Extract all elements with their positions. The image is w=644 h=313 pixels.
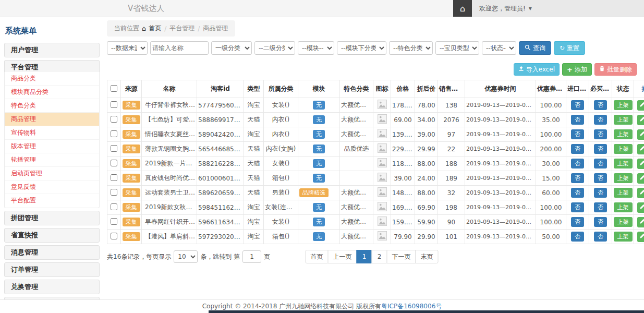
import-select-toggle[interactable]: 否 bbox=[571, 232, 584, 242]
must-buy-toggle[interactable]: 否 bbox=[594, 100, 607, 110]
page-button[interactable]: 1 bbox=[357, 250, 372, 263]
sidebar-subitem[interactable]: 轮播管理 bbox=[5, 153, 99, 167]
row-checkbox[interactable] bbox=[111, 233, 117, 239]
sidebar-subitem[interactable]: 启动页管理 bbox=[5, 167, 99, 180]
page-button[interactable]: 末页 bbox=[416, 250, 439, 263]
edit-button[interactable] bbox=[637, 129, 644, 140]
sidebar-subitem[interactable]: 平台配置 bbox=[5, 194, 99, 208]
must-buy-toggle[interactable]: 否 bbox=[594, 159, 607, 168]
must-buy-toggle[interactable]: 否 bbox=[594, 217, 607, 227]
row-checkbox[interactable] bbox=[111, 160, 117, 166]
breadcrumb-home-link[interactable]: 首页 bbox=[149, 24, 161, 33]
row-checkbox[interactable] bbox=[111, 203, 117, 210]
page-button[interactable]: 2 bbox=[372, 250, 387, 263]
sidebar-subitem[interactable]: 版本管理 bbox=[5, 140, 99, 153]
icon-cell bbox=[373, 186, 391, 200]
icp-link[interactable]: 粤ICP备16098006号 bbox=[381, 302, 442, 311]
sidebar-subitem[interactable]: 商品分类 bbox=[5, 72, 99, 86]
status-button[interactable]: 上架 bbox=[614, 202, 633, 212]
sidebar-subitem[interactable]: 意见反馈 bbox=[5, 180, 99, 194]
row-checkbox[interactable] bbox=[111, 101, 117, 108]
row-checkbox[interactable] bbox=[111, 145, 117, 152]
must-buy-toggle[interactable]: 否 bbox=[594, 144, 607, 154]
page-button[interactable]: 上一页 bbox=[328, 250, 357, 263]
status-button[interactable]: 上架 bbox=[614, 173, 633, 183]
edit-button[interactable] bbox=[637, 115, 644, 125]
sidebar-subitem[interactable]: 商品管理 bbox=[5, 113, 99, 126]
filter-select[interactable]: 一级分类 bbox=[211, 41, 252, 55]
edit-button[interactable] bbox=[637, 144, 644, 154]
page-button[interactable]: 首页 bbox=[306, 250, 329, 263]
import-select-toggle[interactable]: 否 bbox=[571, 129, 584, 139]
edit-button[interactable] bbox=[637, 202, 644, 213]
sidebar-item[interactable]: 拼团管理 bbox=[4, 211, 100, 225]
edit-button[interactable] bbox=[637, 188, 644, 198]
row-checkbox[interactable] bbox=[111, 189, 117, 196]
must-buy-toggle[interactable]: 否 bbox=[594, 202, 607, 212]
sidebar-item[interactable]: 省直快报 bbox=[4, 228, 100, 243]
coupon-time-cell: 2019-09-13—2019-09-20 bbox=[465, 171, 536, 186]
must-buy-toggle[interactable]: 否 bbox=[594, 173, 607, 183]
status-button[interactable]: 上架 bbox=[614, 144, 633, 154]
name-filter-input[interactable] bbox=[150, 41, 209, 55]
sidebar-subitem[interactable]: 模块商品分类 bbox=[5, 86, 99, 99]
edit-button[interactable] bbox=[637, 159, 644, 169]
sidebar-item[interactable]: 用户管理 bbox=[4, 43, 100, 57]
sidebar-item[interactable]: 消息管理 bbox=[4, 245, 100, 260]
home-button[interactable]: ⌂ bbox=[453, 0, 472, 17]
row-checkbox[interactable] bbox=[111, 174, 117, 181]
pencil-icon bbox=[639, 175, 644, 182]
status-cell: 上架 bbox=[612, 230, 634, 244]
import-select-toggle[interactable]: 否 bbox=[571, 115, 584, 125]
status-button[interactable]: 上架 bbox=[614, 129, 633, 139]
import-select-toggle[interactable]: 否 bbox=[571, 159, 584, 168]
home-icon: ⌂ bbox=[460, 4, 465, 14]
edit-button[interactable] bbox=[637, 232, 644, 242]
icon-cell bbox=[373, 98, 391, 113]
import-select-toggle[interactable]: 否 bbox=[571, 217, 584, 227]
import-excel-button[interactable]: 导入excel bbox=[514, 63, 560, 76]
edit-button[interactable] bbox=[637, 100, 644, 111]
import-select-toggle[interactable]: 否 bbox=[571, 173, 584, 183]
must-buy-toggle[interactable]: 否 bbox=[594, 129, 607, 139]
row-checkbox[interactable] bbox=[111, 130, 117, 137]
import-select-toggle[interactable]: 否 bbox=[571, 100, 584, 110]
filter-select[interactable]: --二级分类-- bbox=[254, 41, 295, 55]
status-button[interactable]: 上架 bbox=[614, 188, 633, 198]
page-jump-input[interactable] bbox=[242, 250, 261, 263]
must-buy-toggle[interactable]: 否 bbox=[594, 188, 607, 198]
filter-select[interactable]: --模块下分类-- bbox=[337, 41, 386, 55]
add-button[interactable]: + 添加 bbox=[562, 63, 592, 76]
filter-select[interactable]: --特色分类-- bbox=[389, 41, 433, 55]
status-button[interactable]: 上架 bbox=[614, 100, 633, 110]
filter-select[interactable]: --模块-- bbox=[298, 41, 334, 55]
search-button[interactable]: 查询 bbox=[519, 41, 551, 55]
sidebar-item[interactable]: 订单管理 bbox=[4, 262, 100, 277]
row-checkbox[interactable] bbox=[111, 116, 117, 123]
must-buy-toggle[interactable]: 否 bbox=[594, 232, 607, 242]
status-button[interactable]: 上架 bbox=[614, 115, 633, 125]
page-button[interactable]: 下一页 bbox=[387, 250, 416, 263]
status-button[interactable]: 上架 bbox=[614, 217, 633, 227]
import-select-toggle[interactable]: 否 bbox=[571, 188, 584, 198]
edit-button[interactable] bbox=[637, 173, 644, 184]
status-button[interactable]: 上架 bbox=[614, 159, 633, 168]
breadcrumb-item-parent[interactable]: 平台管理 bbox=[169, 24, 195, 33]
status-button[interactable]: 上架 bbox=[614, 232, 633, 242]
import-select-toggle[interactable]: 否 bbox=[571, 202, 584, 212]
row-checkbox[interactable] bbox=[111, 218, 117, 225]
per-page-select[interactable]: 10 bbox=[174, 250, 198, 263]
filter-select[interactable]: --数据来源-- bbox=[107, 41, 148, 55]
user-menu[interactable]: 欢迎您，管理员! ▼ bbox=[472, 0, 644, 17]
edit-button[interactable] bbox=[637, 217, 644, 227]
sidebar-item[interactable]: 兑换管理 bbox=[4, 280, 100, 294]
sidebar-subitem[interactable]: 特色分类 bbox=[5, 99, 99, 113]
batch-delete-button[interactable]: 批量删除 bbox=[594, 63, 637, 76]
reset-button[interactable]: ↻ 重置 bbox=[554, 41, 585, 55]
filter-select[interactable]: --宝贝类型-- bbox=[435, 41, 479, 55]
select-all-checkbox[interactable] bbox=[111, 85, 117, 92]
import-select-toggle[interactable]: 否 bbox=[571, 144, 584, 154]
filter-select[interactable]: --状态-- bbox=[482, 41, 516, 55]
must-buy-toggle[interactable]: 否 bbox=[594, 115, 607, 125]
sidebar-subitem[interactable]: 宣传物料 bbox=[5, 126, 99, 140]
